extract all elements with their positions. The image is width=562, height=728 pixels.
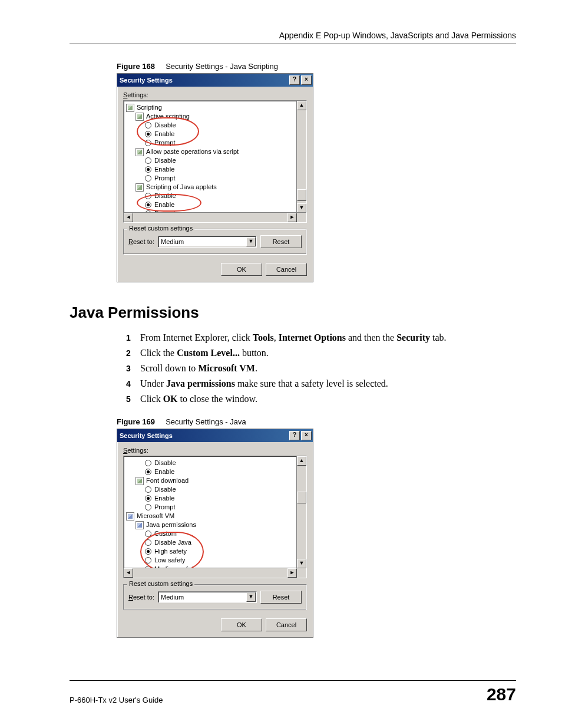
radio-prompt[interactable] (145, 140, 151, 146)
figure-title: Security Settings - Java Scripting (166, 62, 278, 71)
option-prompt: Prompt (154, 174, 175, 183)
reset-level-value: Medium (161, 238, 184, 245)
vertical-scrollbar[interactable]: ▲ ▼ (296, 456, 306, 568)
cancel-button[interactable]: Cancel (266, 263, 307, 276)
radio-enable[interactable] (145, 202, 151, 208)
option-custom: Custom (154, 529, 177, 538)
vertical-scrollbar[interactable]: ▲ ▼ (296, 101, 306, 213)
active-scripting-icon (135, 113, 144, 121)
dialog-title: Security Settings (120, 77, 288, 84)
reset-level-value: Medium (161, 594, 184, 601)
settings-tree[interactable]: Scripting Active scripting Disable Enabl… (123, 100, 307, 223)
scroll-thumb[interactable] (297, 189, 306, 201)
microsoft-vm-category: Microsoft VM (137, 512, 174, 521)
header-rule (70, 44, 516, 44)
active-scripting-category: Active scripting (146, 112, 190, 121)
option-disable: Disable (154, 121, 176, 130)
option-enable: Enable (154, 200, 174, 209)
script-java-category: Scripting of Java applets (146, 183, 217, 192)
scroll-up-button[interactable]: ▲ (297, 456, 306, 466)
allow-paste-icon (135, 148, 144, 156)
radio-disable-java[interactable] (145, 539, 151, 546)
scripting-category: Scripting (137, 103, 162, 112)
steps-list: From Internet Explorer, click Tools, Int… (126, 330, 516, 407)
scroll-right-button[interactable]: ► (287, 568, 297, 578)
settings-tree[interactable]: Disable Enable Font download Disable Ena… (123, 456, 307, 578)
reset-button[interactable]: Reset (260, 235, 302, 248)
option-high-safety: High safety (154, 547, 187, 556)
option-low-safety: Low safety (154, 556, 186, 565)
close-button[interactable]: × (301, 431, 312, 440)
footer-guide-name: P-660H-Tx v2 User's Guide (70, 696, 163, 704)
option-disable: Disable (154, 192, 176, 200)
reset-level-combo[interactable]: Medium ▼ (158, 591, 257, 603)
security-settings-dialog-scripting: Security Settings ? × Settings: Scriptin… (117, 73, 313, 282)
radio-enable[interactable] (145, 469, 151, 475)
combo-dropdown-button[interactable]: ▼ (246, 237, 256, 246)
figure-number: Figure 169 (117, 417, 155, 426)
scroll-down-button[interactable]: ▼ (297, 203, 306, 213)
radio-disable[interactable] (145, 193, 151, 199)
radio-enable[interactable] (145, 166, 151, 173)
allow-paste-category: Allow paste operations via script (146, 147, 239, 156)
reset-groupbox: Reset custom settings Reset to: Medium ▼… (123, 229, 307, 255)
ok-button[interactable]: OK (221, 618, 262, 631)
reset-to-label: Reset to: (128, 238, 154, 245)
microsoft-vm-icon (126, 512, 134, 521)
section-heading-java-permissions: Java Permissions (70, 304, 516, 322)
help-button[interactable]: ? (289, 75, 300, 85)
page-number: 287 (487, 684, 516, 704)
step-5: Click OK to close the window. (126, 391, 516, 407)
scroll-up-button[interactable]: ▲ (297, 101, 306, 110)
reset-button[interactable]: Reset (260, 591, 302, 604)
scroll-left-button[interactable]: ◄ (124, 568, 133, 578)
dialog-title: Security Settings (120, 432, 288, 439)
font-download-icon (135, 477, 144, 485)
option-disable: Disable (154, 156, 176, 165)
close-button[interactable]: × (301, 75, 312, 85)
option-enable: Enable (154, 165, 174, 174)
option-prompt: Prompt (154, 139, 175, 147)
cancel-button[interactable]: Cancel (266, 618, 307, 631)
reset-group-title: Reset custom settings (127, 225, 194, 232)
radio-prompt[interactable] (145, 175, 151, 182)
reset-group-title: Reset custom settings (127, 580, 194, 587)
combo-dropdown-button[interactable]: ▼ (246, 592, 256, 602)
radio-enable[interactable] (145, 131, 151, 137)
step-1: From Internet Explorer, click Tools, Int… (126, 330, 516, 345)
script-java-icon (135, 183, 144, 192)
security-settings-dialog-java: Security Settings ? × Settings: Disable … (117, 429, 313, 638)
radio-disable[interactable] (145, 486, 151, 493)
step-3: Scroll down to Microsoft VM. (126, 361, 516, 376)
radio-custom[interactable] (145, 531, 151, 537)
horizontal-scrollbar[interactable]: ◄ ► (124, 568, 306, 578)
option-disable-java: Disable Java (154, 538, 191, 547)
horizontal-scrollbar[interactable]: ◄ ► (124, 212, 306, 222)
step-2: Click the Custom Level... button. (126, 345, 516, 361)
radio-disable[interactable] (145, 157, 151, 164)
radio-prompt[interactable] (145, 504, 151, 510)
scroll-left-button[interactable]: ◄ (124, 213, 133, 222)
scripting-icon (126, 104, 134, 112)
scroll-corner (297, 568, 306, 578)
radio-low-safety[interactable] (145, 557, 151, 564)
scroll-thumb[interactable] (297, 492, 306, 503)
figure-169-caption: Figure 169 Security Settings - Java (117, 417, 516, 426)
scroll-right-button[interactable]: ► (287, 213, 297, 222)
radio-disable[interactable] (145, 122, 151, 129)
reset-level-combo[interactable]: Medium ▼ (158, 236, 257, 248)
radio-disable[interactable] (145, 460, 151, 466)
radio-high-safety[interactable] (145, 548, 151, 555)
option-enable: Enable (154, 130, 174, 139)
settings-label: Settings: (123, 447, 307, 454)
help-button[interactable]: ? (289, 431, 300, 440)
scroll-down-button[interactable]: ▼ (297, 559, 306, 568)
scroll-corner (297, 213, 306, 222)
step-4: Under Java permissions make sure that a … (126, 376, 516, 391)
footer-rule (70, 680, 516, 681)
radio-enable[interactable] (145, 495, 151, 502)
settings-label: Settings: (123, 91, 307, 98)
java-permissions-category: Java permissions (146, 521, 196, 529)
figure-number: Figure 168 (117, 62, 155, 71)
ok-button[interactable]: OK (221, 263, 262, 276)
